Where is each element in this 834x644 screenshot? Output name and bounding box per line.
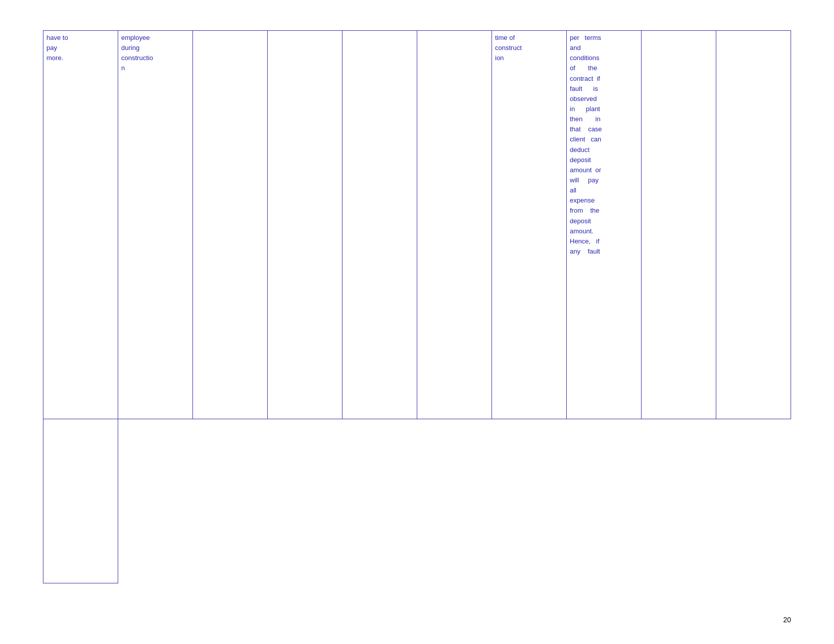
cell-col8: per terms and conditions of the contract… (567, 31, 642, 419)
cell-col5 (342, 31, 417, 419)
cell-text-more: more. (46, 53, 115, 63)
cell-col9 (642, 31, 716, 419)
cell-col10 (716, 31, 791, 419)
page-container: have to pay more. employee during constr… (0, 0, 834, 644)
cell-text-constructio: constructio (121, 53, 189, 63)
cell-text-employee: employee (121, 33, 189, 43)
cell-col1: have to pay more. (43, 31, 118, 419)
cell-text-ion: ion (495, 53, 563, 63)
cell-text-construct: construct (495, 43, 563, 53)
page-number: 20 (783, 616, 791, 624)
cell-col3 (193, 31, 268, 419)
cell-col4 (268, 31, 342, 419)
cell-col7: time of construct ion (492, 31, 567, 419)
cell-col6 (417, 31, 492, 419)
table: have to pay more. employee during constr… (43, 30, 791, 583)
cell-text-pay: pay (46, 43, 115, 53)
cell-text-n: n (121, 63, 189, 73)
cell-text-during: during (121, 43, 189, 53)
cell-col11 (43, 419, 118, 583)
cell-col2: employee during constructio n (118, 31, 193, 419)
cell-text-have-to: have to (46, 33, 115, 43)
cell-text-time-of: time of (495, 33, 563, 43)
